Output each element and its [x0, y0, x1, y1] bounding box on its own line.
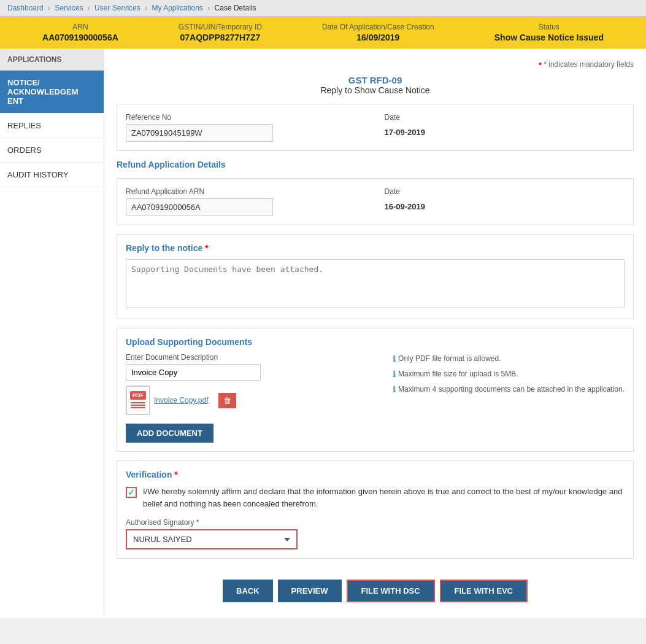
info-text-2: Maximum file size for upload is 5MB. — [398, 368, 518, 380]
info-line-3: ℹ Maximum 4 supporting documents can be … — [393, 384, 625, 397]
bottom-buttons: BACK PREVIEW FILE WITH DSC FILE WITH EVC — [117, 567, 634, 608]
ref-date-value: 17-09-2019 — [385, 124, 625, 137]
ref-no-label: Reference No — [126, 113, 366, 122]
pdf-line2 — [131, 405, 145, 406]
arn-info: ARN AA070919000056A — [42, 23, 118, 42]
check-icon: ✓ — [128, 487, 135, 497]
ref-date-label: Date — [385, 113, 625, 122]
back-button[interactable]: BACK — [223, 580, 273, 602]
reference-section: Reference No Date 17-09-2019 — [117, 104, 634, 151]
pdf-line3 — [131, 407, 145, 408]
date-label: Date Of Application/Case Creation — [322, 23, 434, 31]
refund-section-title: Refund Application Details — [117, 160, 634, 169]
sep1: › — [48, 4, 50, 12]
main-layout: APPLICATIONS NOTICE/ACKNOWLEDGEMENT REPL… — [0, 49, 646, 618]
info-icon-3: ℹ — [393, 384, 396, 397]
form-title-sub: Reply to Show Cause Notice — [117, 85, 634, 95]
arn-label: ARN — [42, 23, 118, 31]
breadcrumb: Dashboard › Services › User Services › M… — [0, 0, 646, 17]
status-info: Status Show Cause Notice Issued — [494, 23, 604, 42]
date-value: 16/09/2019 — [322, 33, 434, 42]
verification-title: Verification * — [126, 470, 625, 479]
sidebar: APPLICATIONS NOTICE/ACKNOWLEDGEMENT REPL… — [0, 49, 104, 618]
reference-input[interactable] — [126, 124, 273, 142]
auth-signatory: Authorised Signatory * NURUL SAIYED — [126, 518, 625, 549]
upload-section: Upload Supporting Documents Enter Docume… — [117, 328, 634, 452]
breadcrumb-my-applications[interactable]: My Applications — [152, 4, 202, 12]
upload-content-row: Enter Document Description PDF — [126, 353, 625, 443]
pdf-lines — [131, 401, 145, 409]
ref-no-group: Reference No — [126, 113, 366, 142]
info-line-1: ℹ Only PDF file format is allowed. — [393, 353, 625, 366]
auth-req: * — [196, 518, 199, 527]
ref-date-group: Date 17-09-2019 — [385, 113, 625, 137]
status-value: Show Cause Notice Issued — [494, 33, 604, 42]
breadcrumb-current: Case Details — [215, 4, 256, 12]
auth-label: Authorised Signatory * — [126, 518, 625, 527]
sidebar-header: APPLICATIONS — [0, 49, 104, 71]
sidebar-item-orders[interactable]: ORDERS — [0, 138, 104, 163]
verification-req: * — [174, 470, 177, 479]
pdf-line1 — [131, 402, 145, 403]
refund-section: Refund Application ARN Date 16-09-2019 — [117, 178, 634, 225]
pdf-file-container: PDF Invoice Copy.pdf 🗑 — [126, 386, 380, 415]
status-label: Status — [494, 23, 604, 31]
info-bar: ARN AA070919000056A GSTIN/UIN/Temporary … — [0, 17, 646, 49]
add-document-button[interactable]: ADD DOCUMENT — [126, 424, 213, 443]
reply-textarea[interactable] — [126, 259, 625, 308]
refund-arn-group: Refund Application ARN — [126, 187, 366, 216]
upload-left: Enter Document Description PDF — [126, 353, 380, 443]
sep2: › — [88, 4, 90, 12]
info-icon-1: ℹ — [393, 353, 396, 366]
refund-row: Refund Application ARN Date 16-09-2019 — [126, 187, 625, 216]
breadcrumb-services[interactable]: Services — [55, 4, 83, 12]
verification-section: Verification * ✓ I/We hereby solemnly af… — [117, 460, 634, 559]
doc-desc-label: Enter Document Description — [126, 353, 380, 362]
upload-title: Upload Supporting Documents — [126, 337, 625, 347]
info-text-3: Maximum 4 supporting documents can be at… — [398, 384, 625, 395]
date-info: Date Of Application/Case Creation 16/09/… — [322, 23, 434, 42]
verification-checkbox[interactable]: ✓ — [126, 487, 137, 498]
reply-title: Reply to the notice * — [126, 243, 625, 253]
verification-checkbox-row: ✓ I/We hereby solemnly affirm and declar… — [126, 486, 625, 510]
file-with-dsc-button[interactable]: FILE WITH DSC — [347, 580, 435, 602]
pdf-icon: PDF — [126, 386, 150, 415]
mandatory-text: * indicates mandatory fields — [544, 60, 634, 69]
refund-date-value: 16-09-2019 — [385, 198, 625, 211]
gstin-info: GSTIN/UIN/Temporary ID 07AQDPP8277H7Z7 — [179, 23, 262, 42]
preview-button[interactable]: PREVIEW — [278, 580, 342, 602]
form-title: GST RFD-09 Reply to Show Cause Notice — [117, 75, 634, 95]
arn-value: AA070919000056A — [42, 33, 118, 42]
gstin-value: 07AQDPP8277H7Z7 — [179, 33, 262, 42]
info-text-1: Only PDF file format is allowed. — [398, 353, 501, 365]
sidebar-item-replies[interactable]: REPLIES — [0, 114, 104, 138]
sidebar-item-notice[interactable]: NOTICE/ACKNOWLEDGEMENT — [0, 71, 104, 114]
breadcrumb-user-services[interactable]: User Services — [94, 4, 140, 12]
refund-date-label: Date — [385, 187, 625, 196]
upload-right-info: ℹ Only PDF file format is allowed. ℹ Max… — [393, 353, 625, 398]
auth-signatory-select[interactable]: NURUL SAIYED — [126, 529, 298, 549]
sep3: › — [145, 4, 147, 12]
info-line-2: ℹ Maximum file size for upload is 5MB. — [393, 368, 625, 381]
sep4: › — [207, 4, 210, 12]
reference-row: Reference No Date 17-09-2019 — [126, 113, 625, 142]
refund-arn-input[interactable] — [126, 198, 273, 216]
pdf-filename[interactable]: Invoice Copy.pdf — [154, 396, 209, 405]
reply-section: Reply to the notice * — [117, 234, 634, 319]
form-title-main: GST RFD-09 — [117, 75, 634, 85]
mandatory-note: • * indicates mandatory fields — [117, 59, 634, 69]
pdf-label: PDF — [130, 391, 146, 400]
gstin-label: GSTIN/UIN/Temporary ID — [179, 23, 262, 31]
content-area: • * indicates mandatory fields GST RFD-0… — [104, 49, 646, 618]
reply-req: * — [205, 243, 208, 253]
refund-arn-label: Refund Application ARN — [126, 187, 366, 196]
breadcrumb-dashboard[interactable]: Dashboard — [7, 4, 44, 12]
info-icon-2: ℹ — [393, 368, 396, 381]
verification-text: I/We hereby solemnly affirm and declare … — [143, 486, 625, 510]
delete-document-button[interactable]: 🗑 — [218, 393, 236, 408]
pdf-icon-inner: PDF — [126, 386, 150, 415]
sidebar-item-audit-history[interactable]: AUDIT HISTORY — [0, 163, 104, 187]
file-with-evc-button[interactable]: FILE WITH EVC — [440, 580, 528, 602]
doc-description-input[interactable] — [126, 364, 261, 381]
mandatory-dot: • — [539, 59, 542, 69]
